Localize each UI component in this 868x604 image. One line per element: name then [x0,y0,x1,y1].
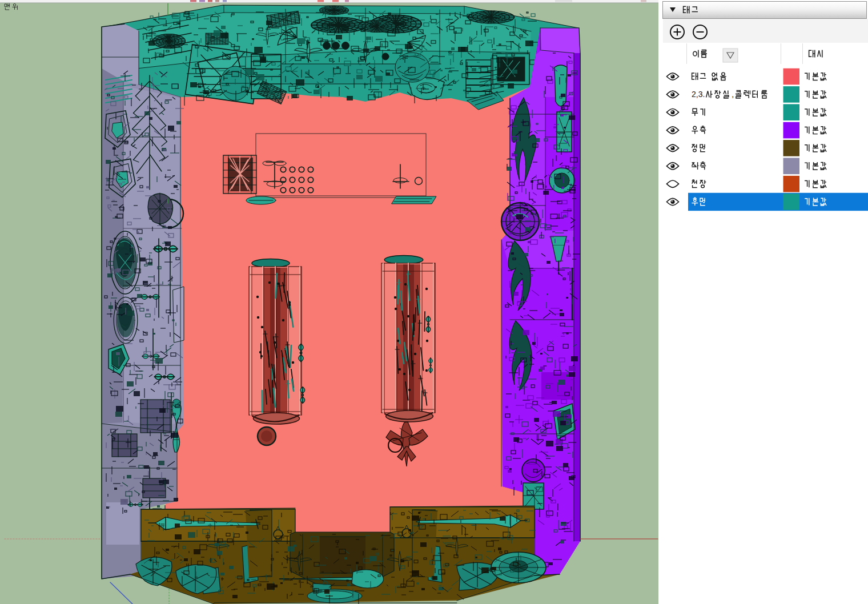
svg-text:,: , [732,90,734,99]
svg-text:2,3.: 2,3. [692,90,705,99]
